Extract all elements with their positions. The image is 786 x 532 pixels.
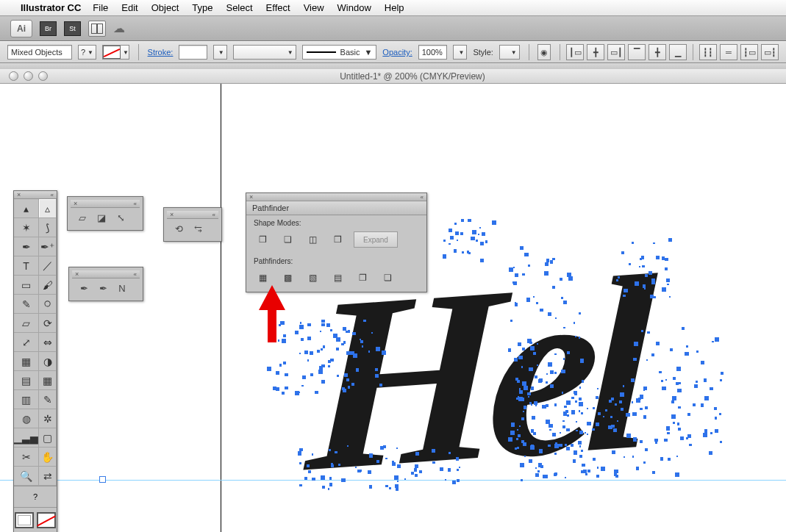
- align-bottom-button[interactable]: ▁: [669, 44, 687, 60]
- menu-select[interactable]: Select: [226, 2, 252, 13]
- menu-object[interactable]: Object: [151, 2, 179, 13]
- unknown-tool[interactable]: ?: [14, 486, 57, 507]
- stroke-none-swatch[interactable]: ▼: [102, 45, 129, 60]
- align-vcenter-button[interactable]: ╋: [649, 44, 666, 60]
- reflect-icon[interactable]: ⥃: [190, 222, 205, 235]
- lasso-tool[interactable]: ⟆: [39, 218, 57, 237]
- magic-wand-tool[interactable]: ✶: [14, 218, 39, 237]
- panel-header[interactable]: ×«: [72, 270, 140, 278]
- panel-header[interactable]: ×«: [14, 191, 57, 199]
- collapse-icon[interactable]: «: [134, 271, 137, 278]
- menu-type[interactable]: Type: [192, 2, 212, 13]
- rotate-tool[interactable]: ⟳: [39, 314, 57, 333]
- sync-settings-icon[interactable]: ☁: [113, 21, 125, 35]
- warp-icon[interactable]: ▱: [75, 211, 90, 224]
- collapse-icon[interactable]: «: [212, 212, 215, 218]
- scale-tool[interactable]: ⤢: [14, 333, 39, 352]
- tools-panel[interactable]: ×« ▴ ▵ ✶ ⟆ ✒ ✒⁺ T ／ ▭ 🖌 ✎ ੦ ▱ ⟳ ⤢ ⇔ ▦ ◑ …: [13, 190, 57, 532]
- shape-builder-tool[interactable]: ◑: [39, 352, 57, 371]
- float-panel-1[interactable]: ×« ▱ ◪ ⤡: [67, 196, 143, 231]
- opacity-label[interactable]: Opacity:: [382, 48, 412, 57]
- blob-brush-tool[interactable]: ੦: [39, 295, 57, 314]
- brush-definition-dropdown[interactable]: Basic▼: [302, 45, 377, 60]
- pathfinder-panel[interactable]: ×« Pathfinder Shape Modes: ❐ ❏ ◫ ❒ Expan…: [246, 193, 427, 292]
- twirl-icon[interactable]: ◪: [94, 211, 109, 224]
- float-panel-2[interactable]: ×« ✒ ✒ Ν: [68, 267, 143, 301]
- align-hcenter-button[interactable]: ╋: [587, 44, 604, 60]
- collapse-icon[interactable]: «: [134, 201, 137, 207]
- symbol-sprayer-tool[interactable]: ✲: [39, 409, 57, 428]
- align-left-button[interactable]: ┃▭: [566, 44, 584, 60]
- pencil-tool[interactable]: ✎: [14, 295, 39, 314]
- rotate-icon[interactable]: ⟲: [171, 222, 186, 235]
- opacity-field[interactable]: 100%: [418, 45, 448, 60]
- fill-swatch[interactable]: [15, 512, 34, 528]
- toggle-fill-stroke[interactable]: ⇄: [39, 467, 57, 486]
- selection-field[interactable]: Mixed Objects: [7, 45, 72, 60]
- selection-handle[interactable]: [99, 476, 106, 483]
- close-icon[interactable]: ×: [74, 200, 77, 207]
- unite-button[interactable]: ❐: [254, 231, 271, 248]
- pen-icon[interactable]: ✒: [76, 281, 91, 295]
- line-segment-tool[interactable]: ／: [39, 256, 57, 276]
- add-anchor-tool[interactable]: ✒⁺: [39, 237, 57, 256]
- distribute-left-button[interactable]: ┇▭: [740, 44, 758, 60]
- type-tool[interactable]: T: [14, 256, 39, 276]
- exclude-button[interactable]: ❒: [329, 231, 346, 248]
- blend-tool[interactable]: ◍: [14, 409, 39, 428]
- distribute-h-button[interactable]: ┇┇: [699, 44, 717, 60]
- slice-tool[interactable]: ✂: [14, 447, 39, 467]
- fill-stroke-swatches[interactable]: [14, 507, 57, 532]
- expand-button[interactable]: Expand: [354, 231, 398, 248]
- intersect-button[interactable]: ◫: [304, 231, 321, 248]
- fill-help-dropdown[interactable]: ?▼: [78, 45, 96, 60]
- hand-tool[interactable]: ✋: [39, 447, 57, 467]
- stroke-weight-stepper[interactable]: ▼: [213, 45, 227, 60]
- float-panel-3[interactable]: ×« ⟲ ⥃: [163, 207, 222, 242]
- window-close-button[interactable]: [9, 71, 18, 81]
- minus-back-button[interactable]: ❏: [379, 270, 396, 286]
- free-transform-tool[interactable]: ▦: [14, 352, 39, 371]
- trim-button[interactable]: ▩: [279, 270, 296, 286]
- app-menu[interactable]: Illustrator CC: [21, 2, 81, 13]
- merge-button[interactable]: ▧: [304, 270, 321, 286]
- minus-front-button[interactable]: ❏: [279, 231, 296, 248]
- zoom-tool[interactable]: 🔍: [14, 467, 39, 486]
- convert-icon[interactable]: Ν: [115, 281, 129, 295]
- panel-header[interactable]: ×«: [167, 211, 218, 219]
- rectangle-tool[interactable]: ▭: [14, 276, 39, 295]
- align-top-button[interactable]: ▔: [628, 44, 646, 60]
- stroke-label[interactable]: Stroke:: [148, 48, 174, 57]
- menu-file[interactable]: File: [93, 2, 108, 13]
- stroke-swatch[interactable]: [37, 512, 56, 528]
- panel-header[interactable]: ×«: [246, 193, 426, 201]
- menu-effect[interactable]: Effect: [266, 2, 290, 13]
- close-icon[interactable]: ×: [170, 211, 174, 218]
- bridge-button[interactable]: Br: [40, 21, 57, 36]
- selection-tool[interactable]: ▴: [14, 199, 39, 218]
- anchor-icon[interactable]: ✒: [96, 281, 110, 295]
- recolor-artwork-button[interactable]: ◉: [537, 44, 551, 60]
- width-tool[interactable]: ⇔: [39, 333, 57, 352]
- eraser-tool[interactable]: ▱: [14, 314, 39, 333]
- artboard-tool[interactable]: ▢: [39, 428, 57, 447]
- stroke-weight-field[interactable]: [179, 45, 207, 60]
- panel-header[interactable]: ×«: [71, 200, 140, 208]
- distribute-v-button[interactable]: ═: [720, 44, 737, 60]
- graphic-style-dropdown[interactable]: ▼: [499, 45, 520, 60]
- column-graph-tool[interactable]: ▁▃▅: [14, 428, 39, 447]
- collapse-icon[interactable]: «: [51, 192, 54, 198]
- close-icon[interactable]: ×: [249, 193, 253, 201]
- variable-width-profile[interactable]: ▼: [233, 45, 296, 60]
- window-zoom-button[interactable]: [38, 71, 48, 81]
- menu-window[interactable]: Window: [337, 2, 371, 13]
- crop-button[interactable]: ▤: [329, 270, 346, 286]
- menu-edit[interactable]: Edit: [121, 2, 137, 13]
- pucker-icon[interactable]: ⤡: [113, 211, 128, 224]
- align-right-button[interactable]: ▭┃: [607, 44, 625, 60]
- window-minimize-button[interactable]: [24, 71, 33, 81]
- perspective-grid-tool[interactable]: ▤: [14, 371, 39, 390]
- opacity-dropdown[interactable]: ▼: [453, 45, 467, 60]
- mesh-tool[interactable]: ▦: [39, 371, 57, 390]
- eyedropper-tool[interactable]: ✎: [39, 390, 57, 409]
